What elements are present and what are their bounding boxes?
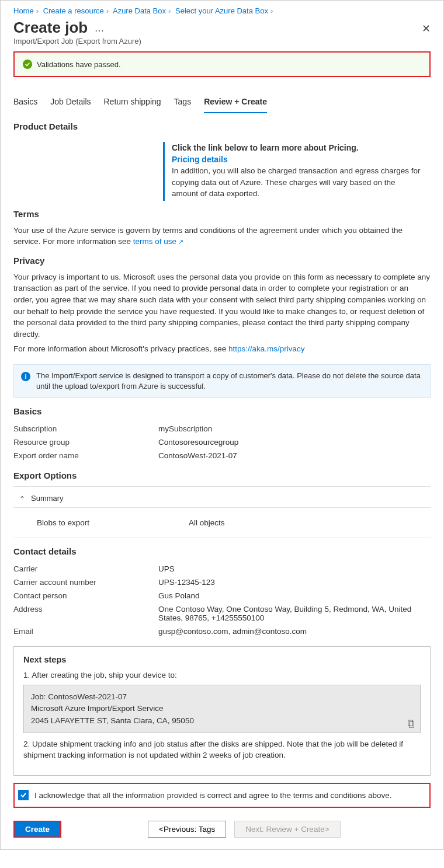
breadcrumb: Home› Create a resource› Azure Data Box›… bbox=[13, 6, 431, 19]
kv-resource-group: Resource group Contosoresourcegroup bbox=[13, 435, 431, 449]
contact-details-heading: Contact details bbox=[13, 546, 431, 556]
create-button[interactable]: Create bbox=[13, 821, 61, 838]
shipping-address-box: Job: ContosoWest-2021-07 Microsoft Azure… bbox=[23, 685, 421, 733]
svg-rect-1 bbox=[408, 720, 413, 726]
contact-person-label: Contact person bbox=[13, 591, 158, 600]
info-icon: i bbox=[21, 372, 30, 381]
terms-text: Your use of the Azure service is govern … bbox=[13, 225, 431, 247]
previous-button[interactable]: <Previous: Tags bbox=[148, 821, 226, 838]
privacy-text: Your privacy is important to us. Microso… bbox=[13, 271, 431, 340]
export-order-value: ContosoWest-2021-07 bbox=[158, 451, 431, 460]
resource-group-value: Contosoresourcegroup bbox=[158, 438, 431, 447]
privacy-more-prefix: For more information about Microsoft's p… bbox=[13, 344, 228, 353]
summary-toggle[interactable]: ⌄ Summary bbox=[13, 486, 431, 508]
kv-export-order: Export order name ContosoWest-2021-07 bbox=[13, 449, 431, 462]
footer-buttons: Create <Previous: Tags Next: Review + Cr… bbox=[13, 821, 431, 838]
validation-banner: Validations have passed. bbox=[13, 51, 431, 77]
next-step-1: 1. After creating the job, ship your dev… bbox=[23, 670, 421, 681]
kv-blobs: Blobs to export All objects bbox=[13, 508, 431, 538]
summary-label: Summary bbox=[31, 494, 64, 503]
privacy-heading: Privacy bbox=[13, 256, 431, 266]
acknowledge-label: I acknowledge that all the information p… bbox=[34, 790, 392, 801]
export-options-heading: Export Options bbox=[13, 470, 431, 480]
privacy-more: For more information about Microsoft's p… bbox=[13, 343, 431, 355]
ship-line-1: Job: ContosoWest-2021-07 bbox=[31, 691, 413, 703]
product-details-heading: Product Details bbox=[13, 121, 431, 131]
breadcrumb-home[interactable]: Home bbox=[13, 6, 34, 15]
ship-line-3: 2045 LAFAYETTE ST, Santa Clara, CA, 9505… bbox=[31, 715, 413, 727]
pricing-description: In addition, you will also be charged tr… bbox=[172, 165, 424, 200]
carrier-account-label: Carrier account number bbox=[13, 578, 158, 587]
check-icon bbox=[23, 60, 32, 69]
breadcrumb-azure-data-box[interactable]: Azure Data Box bbox=[113, 6, 166, 15]
next-step-2: 2. Update shipment tracking info and job… bbox=[23, 739, 421, 761]
breadcrumb-select-data-box[interactable]: Select your Azure Data Box bbox=[175, 6, 268, 15]
privacy-link[interactable]: https://aka.ms/privacy bbox=[228, 344, 305, 353]
more-icon[interactable]: ⋯ bbox=[95, 26, 104, 36]
blobs-value: All objects bbox=[189, 518, 225, 527]
kv-subscription: Subscription mySubscription bbox=[13, 422, 431, 435]
copy-icon[interactable] bbox=[407, 720, 415, 728]
page-subtitle: Import/Export Job (Export from Azure) bbox=[13, 37, 431, 46]
tabs: Basics Job Details Return shipping Tags … bbox=[13, 93, 431, 113]
carrier-label: Carrier bbox=[13, 564, 158, 573]
resource-group-label: Resource group bbox=[13, 438, 158, 447]
address-value: One Contoso Way, One Contoso Way, Buildi… bbox=[158, 605, 431, 622]
terms-heading: Terms bbox=[13, 209, 431, 219]
acknowledge-row[interactable]: I acknowledge that all the information p… bbox=[13, 783, 431, 808]
ship-line-2: Microsoft Azure Import/Export Service bbox=[31, 703, 413, 714]
info-banner-text: The Import/Export service is designed to… bbox=[36, 371, 423, 392]
email-value: gusp@contoso.com, admin@contoso.com bbox=[158, 627, 431, 636]
tab-return-shipping[interactable]: Return shipping bbox=[104, 93, 161, 113]
breadcrumb-create-resource[interactable]: Create a resource bbox=[43, 6, 104, 15]
next-button: Next: Review + Create> bbox=[234, 821, 340, 838]
export-order-label: Export order name bbox=[13, 451, 158, 460]
pricing-block: Click the link below to learn more about… bbox=[163, 142, 431, 201]
tab-tags[interactable]: Tags bbox=[174, 93, 192, 113]
contact-person-value: Gus Poland bbox=[158, 591, 431, 600]
blobs-label: Blobs to export bbox=[37, 518, 189, 527]
carrier-value: UPS bbox=[158, 564, 431, 573]
info-banner: i The Import/Export service is designed … bbox=[13, 364, 431, 398]
svg-rect-0 bbox=[410, 721, 414, 727]
next-steps-heading: Next steps bbox=[23, 655, 421, 664]
next-steps-box: Next steps 1. After creating the job, sh… bbox=[13, 646, 431, 775]
carrier-account-value: UPS-12345-123 bbox=[158, 578, 431, 587]
page-title: Create job bbox=[13, 19, 88, 36]
tab-basics[interactable]: Basics bbox=[13, 93, 37, 113]
pricing-heading: Click the link below to learn more about… bbox=[172, 143, 424, 152]
tab-job-details[interactable]: Job Details bbox=[50, 93, 91, 113]
validation-text: Validations have passed. bbox=[37, 60, 121, 69]
subscription-label: Subscription bbox=[13, 424, 158, 433]
acknowledge-checkbox[interactable] bbox=[18, 790, 29, 800]
terms-body: Your use of the Azure service is govern … bbox=[13, 226, 403, 246]
email-label: Email bbox=[13, 627, 158, 636]
chevron-up-icon: ⌄ bbox=[19, 494, 25, 503]
tab-review-create[interactable]: Review + Create bbox=[204, 93, 267, 113]
close-icon[interactable]: ✕ bbox=[422, 19, 431, 35]
basics-heading: Basics bbox=[13, 406, 431, 416]
terms-of-use-link[interactable]: terms of use bbox=[133, 237, 183, 246]
pricing-details-link[interactable]: Pricing details bbox=[172, 155, 424, 164]
address-label: Address bbox=[13, 605, 158, 622]
subscription-value: mySubscription bbox=[158, 424, 431, 433]
